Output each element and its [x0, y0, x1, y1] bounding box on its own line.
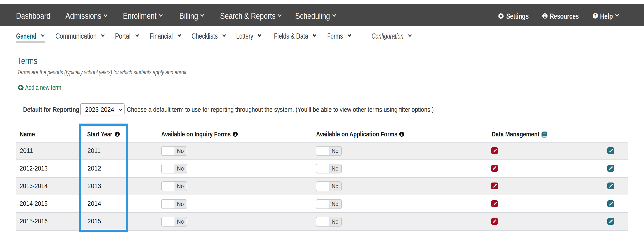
svg-text:?: ? — [594, 13, 596, 18]
